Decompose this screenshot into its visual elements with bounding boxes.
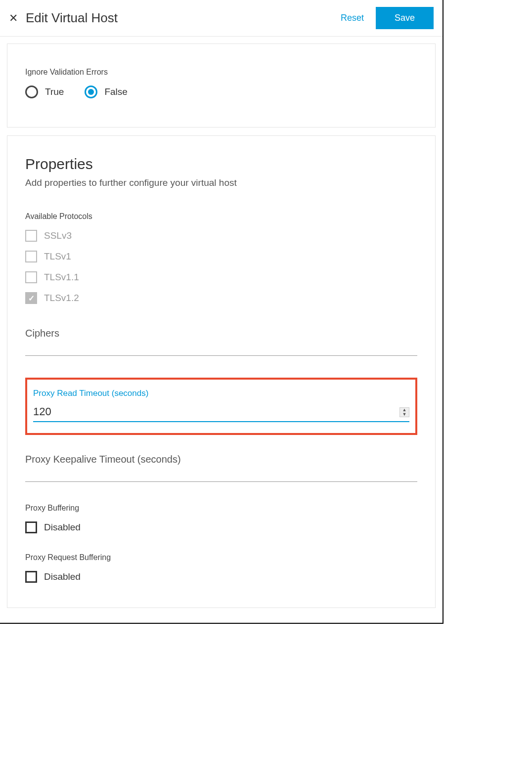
number-stepper[interactable]: ▲ ▼ [399,407,409,417]
proxy-keepalive-input[interactable] [25,467,417,482]
proxy-buffering-label: Proxy Buffering [25,504,417,513]
ignore-validation-label: Ignore Validation Errors [25,68,417,77]
reset-button[interactable]: Reset [341,13,364,23]
protocol-label: TLSv1 [44,251,71,262]
radio-icon [25,86,38,98]
proxy-read-timeout-row: ▲ ▼ [33,403,409,422]
proxy-request-buffering-label: Proxy Request Buffering [25,553,417,562]
proxy-read-timeout-highlight: Proxy Read Timeout (seconds) ▲ ▼ [25,378,417,435]
save-button[interactable]: Save [376,7,434,29]
ciphers-field: Ciphers [25,328,417,356]
ciphers-input[interactable] [25,341,417,356]
proxy-keepalive-label: Proxy Keepalive Timeout (seconds) [25,454,417,465]
radio-true-label: True [45,87,64,97]
proxy-buffering-option: Disabled [44,522,81,533]
check-icon: ✓ [28,294,35,303]
proxy-keepalive-field: Proxy Keepalive Timeout (seconds) [25,454,417,482]
header-bar: ✕ Edit Virtual Host Reset Save [0,0,443,37]
checkbox-icon [25,230,37,242]
properties-title: Properties [25,156,417,173]
protocols-list: SSLv3 TLSv1 TLSv1.1 ✓ TLSv1.2 [25,230,417,304]
proxy-buffering-checkbox[interactable]: Disabled [25,521,417,533]
protocol-label: TLSv1.2 [44,293,79,303]
protocol-sslv3[interactable]: SSLv3 [25,230,417,242]
radio-icon [85,86,97,98]
ignore-validation-radio-group: True False [25,86,417,98]
radio-true[interactable]: True [25,86,64,98]
properties-subtitle: Add properties to further configure your… [25,177,417,188]
validation-card: Ignore Validation Errors True False [7,43,436,128]
protocol-label: SSLv3 [44,230,72,241]
proxy-read-timeout-label: Proxy Read Timeout (seconds) [33,389,409,400]
checkbox-icon [25,271,37,283]
checkbox-icon: ✓ [25,292,37,304]
content-area: Ignore Validation Errors True False Prop… [0,37,443,623]
close-icon[interactable]: ✕ [9,13,18,24]
properties-card: Properties Add properties to further con… [7,135,436,608]
protocol-label: TLSv1.1 [44,272,79,283]
radio-false[interactable]: False [85,86,127,98]
checkbox-icon [25,521,37,533]
protocol-tlsv11[interactable]: TLSv1.1 [25,271,417,283]
available-protocols-label: Available Protocols [25,212,417,221]
proxy-request-buffering-checkbox[interactable]: Disabled [25,571,417,583]
checkbox-icon [25,251,37,262]
checkbox-icon [25,571,37,583]
protocol-tlsv1[interactable]: TLSv1 [25,251,417,262]
radio-false-label: False [104,87,127,97]
ciphers-label: Ciphers [25,328,417,339]
proxy-request-buffering-option: Disabled [44,571,81,582]
stepper-down-icon[interactable]: ▼ [400,412,409,417]
proxy-read-timeout-input[interactable] [33,403,399,421]
protocol-tlsv12[interactable]: ✓ TLSv1.2 [25,292,417,304]
page-title: Edit Virtual Host [26,10,341,26]
